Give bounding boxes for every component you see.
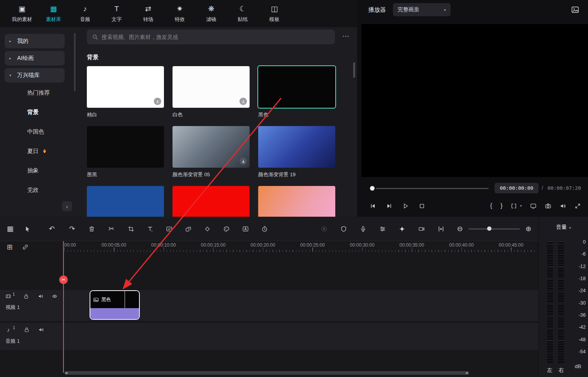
render-preview-button[interactable]: [321, 226, 327, 232]
sidebar-item-4[interactable]: 抽象: [0, 161, 78, 180]
adjust-button[interactable]: [379, 226, 386, 232]
sidebar-item-5[interactable]: 党政: [0, 180, 78, 200]
ruler-minor-ticks: [64, 250, 537, 252]
sidebar-group-2[interactable]: ▾万兴喵库: [5, 68, 65, 82]
speed-button[interactable]: [166, 226, 173, 232]
split-scissors-button[interactable]: ✂: [107, 224, 115, 233]
mute-track-icon[interactable]: [38, 293, 44, 299]
volume-header[interactable]: 音量 ▴: [539, 221, 588, 233]
play-button[interactable]: [402, 203, 409, 209]
library-item[interactable]: 黑色: [258, 66, 335, 118]
redo-button[interactable]: ↷: [68, 224, 76, 233]
tab-effects[interactable]: ✷特效: [164, 5, 195, 23]
mark-out-button[interactable]: }: [500, 202, 502, 209]
tab-template[interactable]: ◫模板: [259, 5, 290, 23]
sidebar-subitems: 热门推荐背景中国色夏日抽象党政: [0, 83, 78, 200]
tab-text[interactable]: T文字: [101, 5, 132, 23]
quality-dropdown[interactable]: 完整画质 ▾: [393, 3, 451, 16]
library-item[interactable]: [258, 186, 335, 217]
preview-image-icon[interactable]: [571, 5, 579, 14]
select-tool-button[interactable]: [24, 226, 31, 232]
download-icon[interactable]: [154, 98, 161, 105]
screen-record-button[interactable]: [418, 226, 425, 232]
progress-track[interactable]: [376, 188, 489, 189]
mask-button[interactable]: [340, 226, 347, 232]
mute-track-icon[interactable]: [38, 327, 44, 333]
tab-media[interactable]: ▣我的素材: [6, 5, 38, 23]
download-icon[interactable]: [239, 158, 247, 165]
color-correction-button[interactable]: [223, 226, 230, 232]
snapshot-button[interactable]: [545, 203, 551, 209]
library-item-label: 墨黑: [87, 171, 164, 178]
tab-filter[interactable]: ❋滤镜: [195, 5, 227, 23]
in-out-range-button[interactable]: [511, 203, 517, 209]
library-scrollbar[interactable]: [353, 62, 355, 78]
mark-in-button[interactable]: {: [490, 202, 492, 209]
sidebar-item-3[interactable]: 夏日: [0, 141, 78, 161]
library-item[interactable]: [87, 186, 164, 217]
fullscreen-button[interactable]: [574, 203, 581, 209]
sidebar-item-label: 夏日: [27, 147, 39, 155]
undo-button[interactable]: ↶: [48, 224, 56, 233]
library-item[interactable]: 精白: [87, 66, 164, 118]
tab-transition[interactable]: ⇄转场: [132, 5, 164, 23]
link-clips-button[interactable]: [22, 244, 29, 251]
library-item-label: 精白: [87, 111, 164, 118]
zoom-in-button[interactable]: ⊕: [525, 224, 532, 233]
duplicate-button[interactable]: [185, 226, 192, 232]
horizontal-scrollbar[interactable]: [64, 371, 469, 375]
previous-frame-button[interactable]: [370, 203, 376, 209]
duration-button[interactable]: [261, 226, 268, 232]
ruler-label: 00:00:10:00: [151, 242, 176, 248]
library-item[interactable]: 颜色渐变背景 05: [173, 126, 250, 178]
hide-track-icon[interactable]: [52, 293, 58, 299]
next-frame-button[interactable]: [386, 203, 393, 209]
zoom-slider-handle[interactable]: [487, 226, 491, 231]
delete-button[interactable]: [88, 226, 95, 232]
more-options-button[interactable]: ⋯: [342, 32, 349, 40]
scrollbar-left-handle[interactable]: [65, 372, 68, 374]
playhead-split-handle[interactable]: ✂: [59, 275, 68, 284]
tab-sticker[interactable]: ☾贴纸: [227, 5, 259, 23]
progress-handle[interactable]: [370, 186, 375, 191]
fit-timeline-button[interactable]: [438, 226, 444, 232]
download-icon[interactable]: [239, 98, 247, 105]
stop-button[interactable]: [419, 203, 425, 209]
display-mode-button[interactable]: [530, 203, 537, 209]
video-track-header: 1 视频 1: [0, 290, 63, 321]
speech-to-text-button[interactable]: [242, 226, 249, 232]
lock-track-icon[interactable]: [24, 327, 30, 333]
library-item[interactable]: 墨黑: [87, 126, 164, 178]
library-item[interactable]: [173, 186, 250, 217]
search-input[interactable]: [102, 34, 330, 40]
sidebar-collapse-button[interactable]: ‹: [62, 201, 72, 211]
text-tool-button[interactable]: [147, 226, 153, 232]
media-grid-icon[interactable]: ▦: [6, 224, 14, 233]
scrollbar-right-handle[interactable]: [466, 372, 468, 374]
effects-icon: ✷: [177, 5, 183, 13]
tab-music[interactable]: ♪音频: [69, 5, 101, 23]
sidebar-group-1[interactable]: ▸AI绘画: [5, 51, 65, 65]
chevron-down-icon[interactable]: ▾: [520, 204, 522, 208]
sidebar-item-2[interactable]: 中国色: [0, 122, 78, 141]
tab-label: 音频: [80, 16, 90, 23]
zoom-out-button[interactable]: ⊖: [456, 224, 464, 233]
library-item[interactable]: 颜色渐变背景 19: [258, 126, 335, 178]
lock-track-icon[interactable]: [23, 293, 29, 299]
playhead[interactable]: [63, 241, 64, 373]
library-item[interactable]: 白色: [173, 66, 250, 118]
crop-button[interactable]: [128, 226, 134, 232]
enhance-button[interactable]: [399, 226, 405, 232]
sidebar-scrollbar[interactable]: [74, 33, 76, 91]
sidebar-item-1[interactable]: 背景: [0, 102, 78, 122]
add-track-button[interactable]: ⊞: [5, 243, 14, 251]
keyframe-button[interactable]: [204, 226, 211, 232]
zoom-slider[interactable]: [468, 225, 520, 233]
timeline-clip[interactable]: 黑色: [90, 290, 140, 320]
sidebar-item-0[interactable]: 热门推荐: [0, 83, 78, 102]
sidebar-group-0[interactable]: ▸我的: [5, 34, 65, 48]
tab-library[interactable]: ▦素材库: [38, 5, 69, 23]
timeline-ruler[interactable]: 00:0000:00:05:0000:00:10:0000:00:15:0000…: [0, 241, 539, 253]
voiceover-button[interactable]: [360, 226, 366, 232]
player-volume-button[interactable]: [560, 203, 566, 209]
